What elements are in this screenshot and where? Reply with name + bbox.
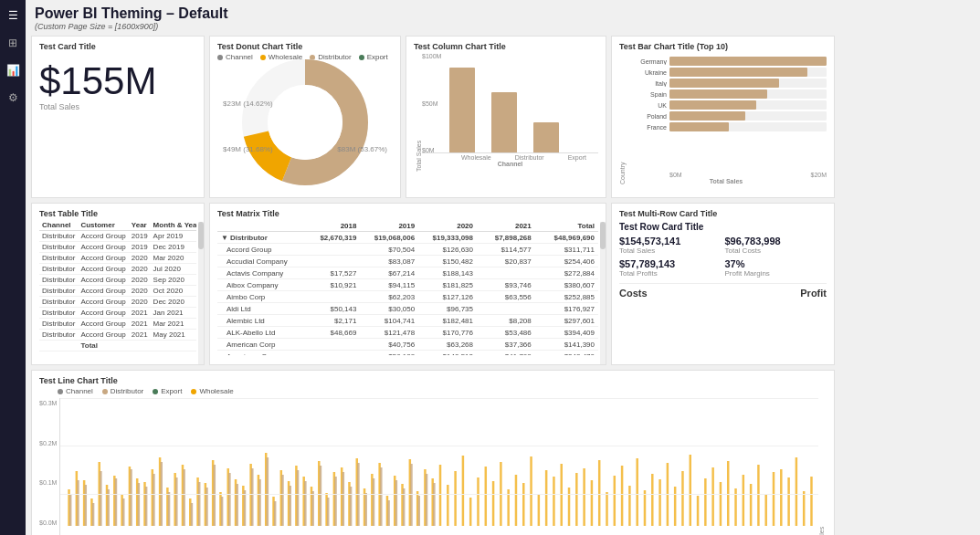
svg-rect-89	[712, 467, 714, 526]
svg-rect-125	[237, 484, 238, 526]
col-customer: Customer	[78, 220, 128, 231]
table-scrollbar[interactable]	[198, 222, 204, 364]
bar-chart-bars: Germany Ukraine Italy	[626, 53, 827, 172]
h-bar-row: Italy	[626, 79, 827, 88]
matrix-scroll-thumb[interactable]	[600, 222, 606, 249]
multirow-item-profits: $57,789,143 Total Profits	[619, 258, 722, 278]
svg-rect-77	[621, 466, 623, 526]
matrix-col-2018: 2018	[307, 220, 360, 232]
donut-card: Test Donut Chart Title Channel Wholesale…	[209, 36, 401, 198]
matrix-row: Americom Corp$56,188$140,512$41,768$248,…	[217, 351, 598, 356]
svg-rect-136	[320, 466, 321, 526]
svg-rect-116	[168, 492, 170, 526]
svg-rect-86	[690, 455, 691, 526]
table-row: DistributorAccord Group2019Apr 2019$48,8…	[39, 231, 196, 242]
svg-rect-113	[145, 487, 147, 526]
table-card-title: Test Table Title	[39, 209, 196, 218]
table-row: DistributorAccord Group2021Mar 2021$27,3…	[39, 319, 196, 330]
table-scroll-thumb[interactable]	[198, 222, 204, 249]
svg-rect-100	[796, 457, 797, 526]
matrix-card: Test Matrix Title 2018 2019 2020 2021 To…	[209, 203, 606, 365]
svg-rect-69	[561, 464, 563, 526]
multirow-item-margin: 37% Profit Margins	[725, 258, 827, 278]
line-distributor-bars	[69, 457, 436, 526]
matrix-header-row: 2018 2019 2020 2021 Total	[217, 220, 598, 232]
svg-rect-90	[720, 482, 722, 526]
svg-rect-75	[606, 492, 608, 526]
svg-rect-88	[705, 478, 707, 526]
line-chart-right: Jan 2019 Jul 2019 Jan 2020 Jul 2020 Jan …	[59, 398, 818, 535]
donut-card-title: Test Donut Chart Title	[217, 42, 393, 51]
svg-rect-149	[418, 496, 420, 526]
bar-y-axis-label: Country	[619, 53, 626, 184]
matrix-card-title: Test Matrix Title	[217, 209, 598, 218]
svg-rect-58	[478, 477, 479, 526]
svg-rect-102	[811, 477, 813, 526]
line-y-labels: $0.3M $0.2M $0.1M $0.0M	[39, 398, 59, 526]
column-y-axis-label: Total Sales	[414, 53, 422, 172]
matrix-body: ▼Distributor$2,670,319$19,068,006$19,333…	[217, 232, 598, 356]
bar-chart-wrapper: Country Germany Ukraine Italy	[619, 53, 827, 184]
svg-rect-54	[448, 485, 449, 526]
svg-rect-110	[122, 498, 124, 526]
svg-rect-124	[229, 473, 231, 526]
svg-rect-150	[426, 474, 427, 526]
svg-rect-151	[434, 483, 436, 526]
line-chart-container: $0.3M $0.2M $0.1M $0.0M	[39, 398, 827, 535]
table-header-row: Channel Customer Year Month & Year Total…	[39, 220, 196, 231]
column-chart-wrapper: Total Sales $100M $50M $0M	[414, 53, 598, 172]
matrix-col-name	[217, 220, 307, 232]
multirow-grid: $154,573,141 Total Sales $96,783,998 Tot…	[619, 236, 827, 278]
sidebar-icon-grid[interactable]: ⊞	[5, 35, 21, 51]
svg-rect-93	[743, 475, 744, 526]
svg-rect-80	[644, 490, 646, 526]
h-bar-row: Germany	[626, 57, 827, 66]
matrix-row: ALK-Abello Ltd$48,669$121,478$170,776$53…	[217, 327, 598, 339]
svg-rect-87	[697, 496, 699, 526]
sidebar-icon-settings[interactable]: ⚙	[5, 89, 21, 106]
svg-rect-72	[584, 468, 585, 526]
svg-rect-98	[781, 469, 783, 526]
svg-rect-82	[659, 479, 661, 526]
col-month: Month & Year	[151, 220, 196, 231]
svg-rect-64	[522, 483, 524, 526]
svg-rect-105	[85, 485, 87, 526]
svg-rect-60	[492, 481, 494, 526]
multirow-item-sales: $154,573,141 Total Sales	[619, 236, 722, 255]
line-chart-svg	[60, 398, 818, 526]
page-subtitle: (Custom Page Size = [1600x900])	[35, 22, 971, 31]
line-y-axis-title: Total Sales	[818, 398, 827, 535]
svg-rect-114	[153, 474, 155, 526]
bar-x-axis: $0M$20M	[626, 172, 827, 178]
line-wholesale-bars	[68, 453, 813, 526]
svg-rect-85	[682, 471, 684, 526]
line-legend-channel: Channel	[58, 387, 93, 395]
svg-rect-76	[614, 476, 616, 526]
svg-rect-111	[131, 469, 132, 526]
svg-rect-59	[485, 467, 487, 526]
svg-rect-63	[515, 475, 517, 526]
svg-rect-127	[252, 468, 254, 526]
line-chart-title: Test Line Chart Title	[39, 376, 827, 385]
sidebar-icon-chart[interactable]: 📊	[5, 62, 21, 79]
line-chart-area	[59, 398, 818, 535]
svg-rect-148	[411, 464, 413, 526]
matrix-scrollbar[interactable]	[600, 222, 606, 364]
svg-rect-146	[395, 480, 397, 526]
svg-rect-71	[576, 473, 578, 526]
svg-rect-118	[184, 469, 185, 526]
multirow-profit-label: Profit	[800, 288, 827, 299]
table-row: DistributorAccord Group2020Sep 2020$57,6…	[39, 275, 196, 286]
matrix-col-2019: 2019	[360, 220, 418, 232]
matrix-table: 2018 2019 2020 2021 Total ▼Distributor$2…	[217, 220, 598, 355]
svg-rect-106	[92, 503, 94, 526]
matrix-row: ▼Distributor$2,670,319$19,068,006$19,333…	[217, 232, 598, 244]
sidebar-icon-menu[interactable]: ☰	[5, 7, 21, 24]
column-x-labels: WholesaleDistributorExport	[422, 154, 598, 161]
matrix-col-total: Total	[535, 220, 598, 232]
bar-chart-area: Germany Ukraine Italy	[626, 53, 827, 184]
matrix-col-2020: 2020	[418, 220, 477, 232]
table-total-row: Total$154,573,141	[39, 341, 196, 351]
svg-rect-78	[629, 486, 631, 526]
h-bar-row: UK	[626, 100, 827, 110]
